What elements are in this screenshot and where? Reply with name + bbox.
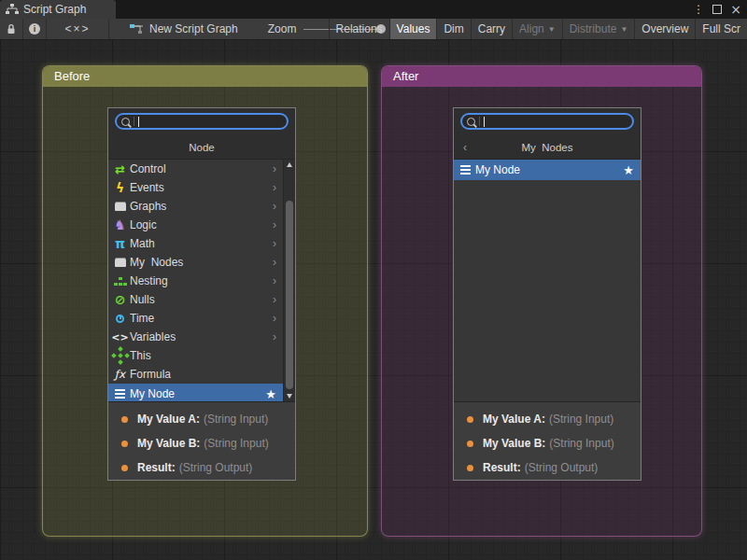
port-row: My Value A: (String Input) xyxy=(121,407,295,431)
port-dot-icon xyxy=(121,416,128,423)
port-row: My Value B: (String Input) xyxy=(467,431,641,455)
null-icon xyxy=(112,292,128,307)
list-item-graphs[interactable]: Graphs › xyxy=(108,197,283,216)
info-icon: i xyxy=(29,23,40,35)
script-graph-window: Script Graph ⋮ × i <×> xyxy=(0,0,747,560)
chevron-right-icon: › xyxy=(273,293,276,306)
maximize-icon[interactable] xyxy=(712,5,722,14)
window-menu-icon[interactable]: ⋮ xyxy=(693,4,704,15)
new-script-graph-button[interactable]: New Script Graph xyxy=(120,19,247,39)
scrollbar-thumb[interactable] xyxy=(286,201,293,389)
port-row: My Value B: (String Input) xyxy=(121,431,295,455)
favorite-star-icon[interactable]: ★ xyxy=(623,163,634,177)
formula-icon xyxy=(112,367,128,382)
script-graph-icon xyxy=(6,4,19,15)
scrollbar[interactable] xyxy=(283,160,295,401)
toolbar-button-dim[interactable]: Dim xyxy=(436,19,470,39)
fuzzy-finder-after: ‹ My Nodes My Node ★ My Value A: (Str xyxy=(453,107,641,481)
scroll-up-icon[interactable] xyxy=(287,162,292,167)
list-item-my-node[interactable]: My Node ★ xyxy=(454,160,641,180)
list-item-this[interactable]: This xyxy=(108,346,283,365)
list-item-control[interactable]: Control › xyxy=(108,160,283,178)
graph-node-icon xyxy=(130,23,144,35)
list-item-nesting[interactable]: Nesting › xyxy=(108,272,283,290)
folder-icon xyxy=(112,199,128,214)
text-caret xyxy=(138,117,139,127)
graph-toolbar: i <×> New Script Graph Zoom 1x Relations xyxy=(0,19,747,40)
toolbar-button-fullscreen[interactable]: Full Scr xyxy=(695,19,747,39)
fuzzy-finder-before: Node Control › Events › Graphs xyxy=(107,107,296,481)
list-item-logic[interactable]: Logic › xyxy=(108,216,283,234)
toolbar-button-carry[interactable]: Carry xyxy=(471,19,512,39)
port-row: My Value A: (String Input) xyxy=(467,407,641,431)
node-ports-preview: My Value A: (String Input) My Value B: (… xyxy=(108,401,295,480)
nesting-icon xyxy=(112,273,128,288)
code-preview-button[interactable]: <×> xyxy=(47,19,109,39)
category-header-label: My Nodes xyxy=(522,142,573,153)
category-header: Node xyxy=(108,135,295,159)
brackets-icon xyxy=(112,329,128,344)
tab-script-graph[interactable]: Script Graph xyxy=(0,0,116,19)
chevron-right-icon: › xyxy=(273,312,276,325)
port-dot-icon xyxy=(467,465,473,471)
knight-icon xyxy=(112,217,128,232)
clock-icon xyxy=(112,311,128,326)
chevron-right-icon: › xyxy=(273,237,276,250)
favorite-star-icon[interactable]: ★ xyxy=(265,387,276,401)
node-stack-icon xyxy=(458,162,473,177)
list-item-events[interactable]: Events › xyxy=(108,178,283,197)
toolbar-button-align[interactable]: Align ▼ xyxy=(512,19,562,39)
folder-icon xyxy=(112,255,128,270)
chevron-right-icon: › xyxy=(273,181,276,194)
chevron-down-icon: ▼ xyxy=(620,25,627,34)
chevron-down-icon: ▼ xyxy=(548,25,556,34)
toolbar-button-values[interactable]: Values xyxy=(389,19,437,39)
zoom-label: Zoom xyxy=(268,22,297,35)
back-chevron-icon[interactable]: ‹ xyxy=(463,141,467,154)
port-row: Result: (String Output) xyxy=(467,455,641,480)
scroll-down-icon[interactable] xyxy=(287,394,292,399)
tab-title: Script Graph xyxy=(23,3,86,16)
window-tab-bar: Script Graph ⋮ × xyxy=(0,0,747,19)
control-icon xyxy=(112,161,128,176)
list-item-time[interactable]: Time › xyxy=(108,309,283,328)
info-button[interactable]: i xyxy=(23,19,47,39)
list-item-formula[interactable]: Formula xyxy=(108,365,283,384)
search-input[interactable] xyxy=(115,113,289,130)
lock-button[interactable] xyxy=(0,19,23,39)
chevron-right-icon: › xyxy=(273,162,276,175)
pi-icon xyxy=(112,236,128,251)
chevron-right-icon: › xyxy=(273,256,276,269)
port-dot-icon xyxy=(121,441,128,447)
text-caret xyxy=(484,117,485,127)
group-after-header[interactable]: After xyxy=(382,66,701,87)
lock-icon xyxy=(7,23,16,35)
code-icon: <×> xyxy=(64,22,90,35)
list-item-variables[interactable]: Variables › xyxy=(108,328,283,346)
new-script-graph-label: New Script Graph xyxy=(149,22,238,35)
toolbar-button-relations[interactable]: Relations xyxy=(329,19,389,39)
chevron-right-icon: › xyxy=(273,274,276,287)
list-item-math[interactable]: Math › xyxy=(108,234,283,253)
toolbar-button-overview[interactable]: Overview xyxy=(634,19,695,39)
search-icon xyxy=(467,118,475,126)
node-stack-icon xyxy=(112,386,128,401)
chevron-right-icon: › xyxy=(273,330,276,343)
lightning-icon xyxy=(112,180,128,195)
group-before-header[interactable]: Before xyxy=(43,66,367,87)
graph-canvas[interactable]: Before After Node Control › xyxy=(0,39,747,560)
this-icon xyxy=(112,348,128,363)
list-item-nulls[interactable]: Nulls › xyxy=(108,290,283,309)
category-header: ‹ My Nodes xyxy=(454,135,641,159)
node-list: My Node ★ xyxy=(454,159,641,401)
close-icon[interactable]: × xyxy=(730,3,741,16)
chevron-right-icon: › xyxy=(273,200,276,213)
list-item-my-nodes[interactable]: My Nodes › xyxy=(108,253,283,272)
node-ports-preview: My Value A: (String Input) My Value B: (… xyxy=(454,401,641,480)
toolbar-button-distribute[interactable]: Distribute ▼ xyxy=(562,19,635,39)
search-icon xyxy=(121,118,130,126)
port-row: Result: (String Output) xyxy=(121,455,295,480)
port-dot-icon xyxy=(467,416,473,423)
search-input[interactable] xyxy=(460,113,634,130)
list-item-my-node[interactable]: My Node ★ xyxy=(108,384,283,401)
